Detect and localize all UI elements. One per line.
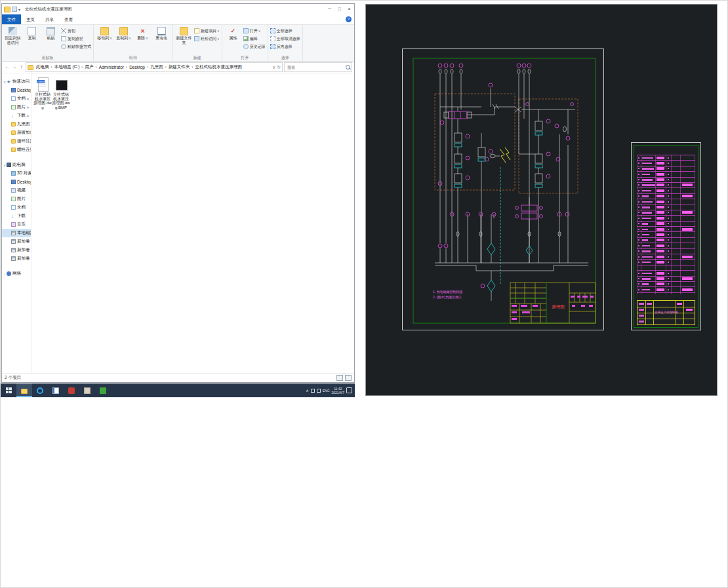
file-dwg[interactable]: DWG 立柱式钻机水液压原理图.dwg	[33, 77, 52, 109]
breadcrumb-segment[interactable]: 用户	[83, 64, 94, 70]
sidebar-item[interactable]: 视频	[2, 186, 31, 195]
tab-home[interactable]: 主页	[21, 14, 40, 24]
dwg-file-icon: DWG	[37, 77, 49, 92]
ribbon-button[interactable]: 轻松访问∨	[194, 35, 220, 43]
sidebar-item[interactable]: 九里图	[2, 120, 31, 128]
forward-icon[interactable]: →	[11, 64, 17, 70]
maximize-button[interactable]: □	[334, 4, 344, 14]
sidebar-item[interactable]: Desktop	[2, 178, 31, 186]
close-button[interactable]: ×	[344, 4, 354, 14]
ime-tray-icon[interactable]	[317, 389, 321, 393]
browser[interactable]	[32, 383, 48, 397]
part-qty-chip	[668, 201, 669, 203]
ribbon-button[interactable]: 粘贴快捷方式	[61, 43, 91, 50]
list-view-icon[interactable]	[336, 375, 343, 381]
sidebar-item[interactable]: Desktop∗	[2, 86, 31, 94]
sidebar-item[interactable]: 文档	[2, 203, 31, 212]
ribbon-button[interactable]: 重命名	[153, 26, 171, 41]
tray-chevron-icon[interactable]: ∧	[306, 388, 308, 393]
row-number-chip	[638, 184, 639, 186]
ribbon-button[interactable]: ×删除∨	[134, 26, 152, 41]
qat-button-icon[interactable]	[12, 7, 17, 12]
tab-share[interactable]: 共享	[40, 14, 59, 24]
part-qty-chip	[668, 168, 669, 169]
breadcrumb-segment[interactable]: 此电脑	[35, 64, 51, 70]
file-explorer[interactable]	[16, 383, 32, 397]
sidebar-item[interactable]: 图片∗	[2, 103, 31, 111]
sidebar-item[interactable]: ∨此电脑	[2, 161, 31, 169]
minimize-button[interactable]: ─	[325, 4, 334, 14]
part-name-chip	[642, 201, 653, 203]
sidebar-item[interactable]: 新加卷 (E:)	[2, 246, 31, 254]
ribbon-button[interactable]: 固定到快速访问	[4, 26, 22, 45]
file-bmp[interactable]: 立柱式钻机水液压原理图.dwg.BMP	[52, 77, 70, 109]
sidebar-item[interactable]: ∨★快速访问	[2, 77, 31, 86]
breadcrumb-segment[interactable]: 新建文件夹	[167, 64, 192, 70]
breadcrumb-segment[interactable]: 本地磁盘 (C:)	[53, 64, 81, 70]
part-name-chip	[642, 195, 649, 197]
sidebar-item[interactable]: 循环注油模型	[2, 137, 31, 146]
ribbon-button[interactable]: 全部选择	[270, 27, 300, 35]
sidebar-item[interactable]: 音乐	[2, 220, 31, 229]
ribbon-button[interactable]: 复制	[23, 26, 41, 41]
sidebar-item[interactable]: 图片	[2, 195, 31, 203]
ribbon-button[interactable]: 新建项目∨	[194, 27, 220, 35]
sidebar-item[interactable]: ↓下载∗	[2, 111, 31, 120]
ribbon-button[interactable]: 打开∨	[243, 27, 266, 35]
ribbon-button[interactable]: 编辑	[243, 35, 266, 43]
part-spec-chip	[657, 261, 664, 264]
ribbon-button[interactable]: 历史记录	[243, 43, 266, 50]
ribbon-button[interactable]: ✓属性	[224, 26, 242, 41]
green-app[interactable]	[95, 383, 111, 397]
part-name-chip	[642, 250, 651, 252]
address-dropdown-icon[interactable]: ∨	[272, 65, 275, 70]
wps-document[interactable]	[48, 383, 64, 397]
part-spec-chip	[657, 245, 664, 247]
sidebar-item-label: 新加卷 (E:)	[17, 247, 31, 253]
history-icon	[243, 44, 249, 49]
thumbnail-view-icon[interactable]	[345, 375, 352, 381]
clock[interactable]: 11:42 2021/4/7	[332, 387, 344, 395]
tab-file[interactable]: 文件	[2, 14, 21, 24]
part-name-chip	[642, 212, 652, 214]
ribbon-button[interactable]: 剪切	[61, 27, 91, 35]
ribbon-button[interactable]: 全部取消选择	[270, 35, 300, 43]
address-box[interactable]: 此电脑›本地磁盘 (C:)›用户›Administrator›Desktop›九…	[26, 62, 283, 72]
ribbon-button[interactable]: 复制到∨	[115, 26, 132, 41]
sidebar-item[interactable]: 3D 对象	[2, 169, 31, 178]
ribbon-button[interactable]: 移动到∨	[96, 26, 113, 41]
sidebar-item[interactable]: ↓下载	[2, 212, 31, 220]
ribbon-button-label: 剪切	[68, 28, 75, 34]
sidebar-item[interactable]: 蒸镀加热	[2, 128, 31, 137]
row-number-chip	[638, 218, 639, 219]
sidebar-item[interactable]: 本地磁盘 (C:)	[2, 229, 31, 237]
help-icon[interactable]: ?	[346, 16, 352, 22]
breadcrumb-segment[interactable]: Desktop	[128, 65, 146, 69]
breadcrumb-segment[interactable]: 立柱式钻机水液压原理图	[194, 64, 244, 70]
beige-app[interactable]	[79, 383, 95, 397]
ribbon-button[interactable]: 粘贴	[42, 26, 60, 41]
ribbon-button[interactable]: 反向选择	[270, 43, 300, 50]
start-button[interactable]	[1, 383, 16, 397]
sidebar-item[interactable]: 螺栓连接图	[2, 146, 31, 154]
search-input[interactable]	[286, 65, 346, 70]
part-qty-chip	[668, 179, 669, 180]
action-center-icon[interactable]	[346, 387, 352, 393]
ribbon-button[interactable]: 复制路径	[61, 35, 91, 43]
up-icon[interactable]: ↑	[18, 64, 24, 70]
red-app[interactable]	[64, 383, 79, 397]
sidebar-item[interactable]: 新加卷 (F:)	[2, 254, 31, 263]
sidebar-item[interactable]: ›网络	[2, 269, 31, 278]
language-indicator[interactable]: ENG	[323, 389, 330, 393]
sidebar-item[interactable]: 新加卷 (D:)	[2, 237, 31, 246]
back-icon[interactable]: ←	[4, 64, 10, 70]
search-icon[interactable]	[346, 65, 350, 69]
refresh-icon[interactable]: ↻	[277, 65, 281, 70]
tab-view[interactable]: 查看	[59, 14, 78, 24]
ribbon-button[interactable]: 新建文件夹	[175, 26, 193, 45]
breadcrumb-segment[interactable]: 九里图	[149, 64, 165, 70]
sidebar-item[interactable]: 文档∗	[2, 94, 31, 103]
device-tray-icon[interactable]	[311, 389, 315, 393]
breadcrumb-segment[interactable]: Administrator	[98, 65, 125, 69]
qat-dropdown-icon[interactable]: ▾	[18, 7, 20, 12]
